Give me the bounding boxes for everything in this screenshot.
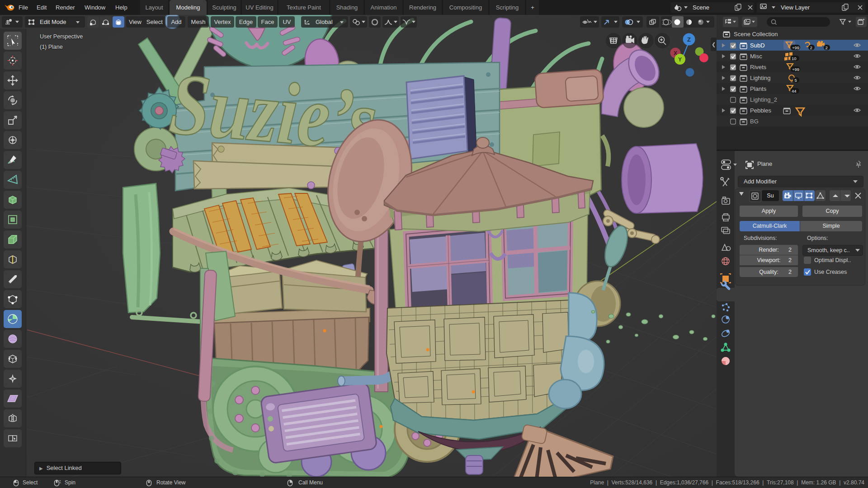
svg-text:SubD: SubD [750, 42, 765, 49]
svg-text:10: 10 [792, 56, 797, 61]
svg-text:+99: +99 [792, 45, 799, 50]
svg-text:2: 2 [810, 45, 812, 50]
svg-text:Z: Z [687, 36, 691, 43]
svg-text:Misc: Misc [750, 53, 762, 60]
svg-text:BG: BG [750, 118, 759, 125]
svg-text:Lighting: Lighting [750, 75, 771, 81]
svg-text:Rivets: Rivets [750, 64, 767, 70]
svg-text:Y: Y [678, 56, 682, 63]
svg-text:+99: +99 [792, 67, 799, 72]
svg-text:2: 2 [826, 45, 828, 50]
svg-text:Plants: Plants [750, 85, 767, 92]
svg-text:44: 44 [792, 89, 797, 94]
svg-text:5: 5 [795, 78, 797, 83]
svg-text:Pebbles: Pebbles [750, 107, 771, 114]
svg-text:Lighting_2: Lighting_2 [750, 96, 777, 103]
